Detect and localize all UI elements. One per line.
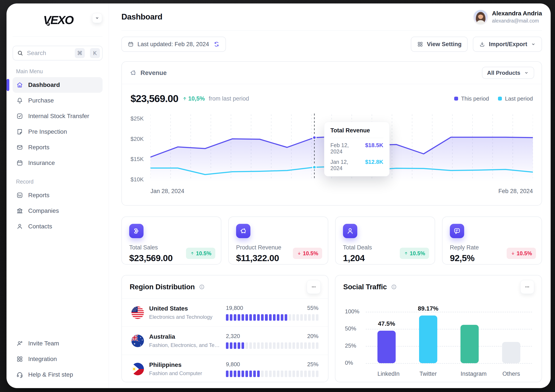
bar-column-others xyxy=(502,342,520,363)
region-percent: 20% xyxy=(307,333,319,340)
region-row-philippines: Philippines Fashion and Computer 9,800 2… xyxy=(122,355,328,383)
revenue-plot: Total Revenue Feb 12, 2024 $18.5K Jan 12… xyxy=(150,113,533,195)
user-icon xyxy=(16,223,23,230)
progress-segment xyxy=(316,342,319,349)
y-tick-label: $25K xyxy=(131,115,144,122)
user-name: Alexandra Andria xyxy=(492,10,542,17)
toolbar: Last updated: Feb 28, 2024 View Setting … xyxy=(121,37,542,52)
revenue-change-value: 10,5% xyxy=(188,95,205,102)
bar-x-label: Others xyxy=(502,370,520,377)
sidebar-item-contacts[interactable]: Contacts xyxy=(13,219,102,234)
progress-segment xyxy=(253,370,256,377)
progress-segment xyxy=(300,342,303,349)
sidebar-item-companies[interactable]: Companies xyxy=(13,203,102,219)
progress-segment xyxy=(261,314,264,321)
grid-icon xyxy=(417,41,424,47)
sidebar-collapse-button[interactable] xyxy=(92,13,102,23)
progress-segment xyxy=(265,370,268,377)
sidebar-item-reports[interactable]: Reports xyxy=(13,139,102,155)
progress-segment xyxy=(281,342,283,349)
progress-segment xyxy=(296,342,299,349)
country-flag xyxy=(131,306,144,319)
legend-item: This period xyxy=(454,95,489,102)
sidebar-item-pre-inspection[interactable]: Pre Inspection xyxy=(13,124,102,139)
sidebar-item-reports[interactable]: Reports xyxy=(13,188,102,203)
progress-segment xyxy=(249,314,252,321)
chevron-down-icon xyxy=(95,16,100,20)
y-tick-label: 50% xyxy=(345,325,356,332)
download-icon xyxy=(479,41,485,47)
progress-segment xyxy=(281,370,283,377)
arrow-down-icon xyxy=(297,251,302,256)
progress-segment xyxy=(296,314,299,321)
search-icon xyxy=(17,50,23,56)
headset-icon xyxy=(16,371,23,378)
y-tick-label: $20K xyxy=(131,135,144,142)
x-axis-labels: Jan 28, 2024 Feb 28, 2024 xyxy=(150,188,533,195)
legend-swatch xyxy=(498,97,502,101)
tooltip-row: Feb 12, 2024 $18.5K xyxy=(330,142,383,155)
y-tick-label: 100% xyxy=(345,308,359,315)
sidebar-item-label: Help & First step xyxy=(28,371,73,378)
region-metrics: 19,800 55% xyxy=(226,305,319,321)
section-label: Record xyxy=(16,179,102,185)
piggy-bank-icon xyxy=(129,69,137,77)
social-card-header: Social Traffic xyxy=(335,276,541,298)
stat-change-value: 10.5% xyxy=(517,250,532,257)
user-menu[interactable]: Alexandra Andria alexandra@mail.com xyxy=(474,10,542,24)
sidebar-item-internal-stock-transfer[interactable]: Internal Stock Transfer xyxy=(13,108,102,124)
product-filter-dropdown[interactable]: All Products xyxy=(482,67,534,79)
region-metrics: 2,320 20% xyxy=(226,333,319,349)
country-flag xyxy=(131,363,144,375)
progress-segment xyxy=(249,370,252,377)
social-card-menu-button[interactable] xyxy=(520,280,534,294)
sidebar-item-help-first-step[interactable]: Help & First step xyxy=(13,367,102,383)
y-tick-label: $10K xyxy=(131,176,144,183)
region-count: 2,320 xyxy=(226,333,240,340)
page-title: Dashboard xyxy=(121,12,162,22)
region-rows: United States Electronics and Technology… xyxy=(122,299,328,383)
country-category: Fashion, Electronics, and Tech… xyxy=(149,342,221,348)
progress-segment xyxy=(292,342,295,349)
stat-icon-tile xyxy=(343,224,357,238)
tooltip-row: Jan 12, 2024 $12.8K xyxy=(330,159,383,171)
sidebar-item-label: Internal Stock Transfer xyxy=(28,113,89,120)
progress-segment xyxy=(312,342,314,349)
product-filter-value: All Products xyxy=(487,70,520,76)
info-icon xyxy=(391,284,397,290)
section-label: Main Menu xyxy=(16,68,102,74)
country-name: United States xyxy=(149,305,221,312)
view-setting-button[interactable]: View Setting xyxy=(411,37,468,52)
sidebar-item-integration[interactable]: Integration xyxy=(13,351,102,367)
region-card-menu-button[interactable] xyxy=(307,280,321,294)
us-flag xyxy=(131,306,144,319)
bank-icon xyxy=(16,207,23,215)
region-distribution-card: Region Distribution United States Electr… xyxy=(121,275,329,382)
last-updated-button[interactable]: Last updated: Feb 28, 2024 xyxy=(121,37,226,52)
sidebar-item-purchase[interactable]: Purchase xyxy=(13,93,102,108)
stat-change-badge: 10.5% xyxy=(293,248,322,259)
sidebar-item-invite-team[interactable]: Invite Team xyxy=(13,336,102,351)
home-icon xyxy=(16,81,23,89)
progress-segment xyxy=(257,342,260,349)
region-info: United States Electronics and Technology xyxy=(149,305,221,320)
sidebar: VEXO Search ⌘ K Main MenuDashboardPurcha… xyxy=(7,3,109,388)
sidebar-nav: Main MenuDashboardPurchaseInternal Stock… xyxy=(13,60,102,234)
progress-segment xyxy=(296,370,299,377)
import-export-button[interactable]: Import/Export xyxy=(473,37,542,52)
sidebar-item-label: Dashboard xyxy=(28,81,60,88)
progress-segment xyxy=(253,314,256,321)
bell-icon xyxy=(16,97,23,104)
bar-column-twitter: 89.17% xyxy=(419,315,437,363)
social-title-label: Social Traffic xyxy=(343,283,387,291)
legend-swatch xyxy=(454,97,458,101)
stat-card-product-revenue: Product Revenue $11,322.00 10.5% xyxy=(228,217,328,265)
progress-segment xyxy=(277,370,279,377)
last-updated-label: Last updated: Feb 28, 2024 xyxy=(138,41,209,48)
search-placeholder: Search xyxy=(27,50,71,57)
sidebar-item-dashboard[interactable]: Dashboard xyxy=(13,77,102,93)
search-input[interactable]: Search ⌘ K xyxy=(13,46,102,60)
sidebar-item-insurance[interactable]: Insurance xyxy=(13,155,102,171)
revenue-card-body: $23,569.00 10,5% from last period This p… xyxy=(122,84,541,195)
progress-segment xyxy=(261,342,264,349)
